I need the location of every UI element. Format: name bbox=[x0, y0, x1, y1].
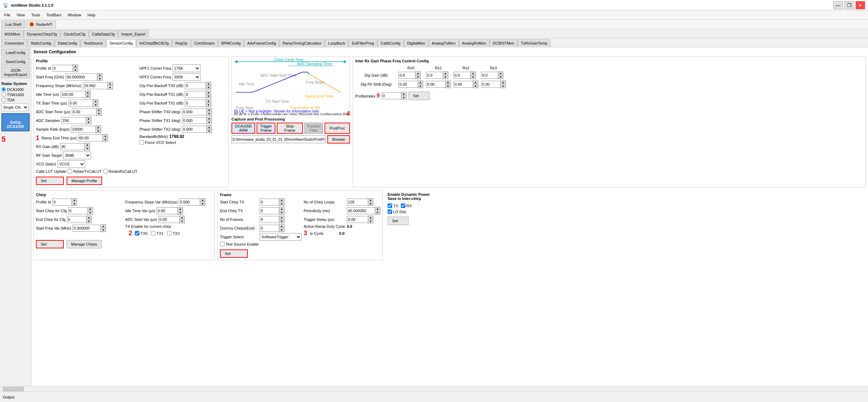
tab-import-export[interactable]: Import_Export bbox=[118, 30, 149, 38]
end-chirp-cfg-spinner[interactable]: ▲▼ bbox=[67, 216, 92, 223]
tx-start-input[interactable] bbox=[68, 100, 93, 107]
ramp-end-up[interactable]: ▲ bbox=[103, 134, 108, 138]
tab-dcbistmon[interactable]: DCBISTMon bbox=[490, 39, 518, 47]
tab-analogtxmon[interactable]: AnalogTxMon bbox=[429, 39, 459, 47]
op-pwr-tx1-spinbtns[interactable]: ▲▼ bbox=[206, 91, 211, 98]
tab-intchirpblk[interactable]: IntChirpBlkCtlCfg bbox=[136, 39, 172, 47]
retain-rx-checkbox[interactable]: RetainRxCalLUT bbox=[103, 169, 138, 173]
chirp-set-button[interactable]: Set bbox=[36, 240, 64, 248]
rx-gain-spinner[interactable]: ▲▼ bbox=[60, 143, 90, 150]
profile-index-input[interactable] bbox=[382, 92, 401, 99]
adc-samples-dn[interactable]: ▼ bbox=[86, 121, 91, 124]
phase-tx2-spinner[interactable]: ▲▼ bbox=[182, 125, 212, 133]
dig-gain-rx2[interactable]: ▲▼ bbox=[452, 71, 480, 80]
sample-rate-dn[interactable]: ▼ bbox=[96, 129, 101, 133]
phase-tx1-spinner[interactable]: ▲▼ bbox=[182, 117, 212, 124]
tab-bpmconfig[interactable]: BPMConfig bbox=[218, 39, 244, 47]
freq-slope-var-spinner[interactable]: ▲▼ bbox=[179, 198, 205, 206]
profile-set-button[interactable]: Set bbox=[36, 177, 64, 185]
start-chirp-cfg-input[interactable] bbox=[68, 207, 87, 214]
tab-contstream[interactable]: ContStream bbox=[191, 39, 218, 47]
tab-staticconfig[interactable]: StaticConfig bbox=[28, 39, 54, 47]
adc-start-input[interactable] bbox=[72, 108, 96, 115]
dig-gain-rx3[interactable]: ▲▼ bbox=[480, 71, 507, 80]
dig-gain-rx1[interactable]: ▲▼ bbox=[425, 71, 452, 80]
power-save-rx-checkbox[interactable]: RX bbox=[401, 203, 412, 208]
sample-rate-spinbtns[interactable]: ▲▼ bbox=[96, 125, 101, 133]
tda-radio[interactable]: TDA bbox=[1, 98, 30, 102]
frame-set-button[interactable]: Set bbox=[220, 249, 248, 258]
op-pwr-tx0-spinner[interactable]: ▲▼ bbox=[185, 82, 211, 90]
tx-start-spinner[interactable]: ▲▼ bbox=[68, 99, 98, 107]
idle-time-spinner[interactable]: ▲▼ bbox=[61, 91, 91, 98]
tab-extfilterprog[interactable]: ExtFilterProg bbox=[349, 39, 377, 47]
adc-start-spinner[interactable]: ▲▼ bbox=[72, 108, 102, 116]
rf-gain-select[interactable]: 30dB bbox=[63, 152, 91, 159]
start-chirp-cfg-spinner[interactable]: ▲▼ bbox=[68, 207, 93, 215]
phase-tx0-dn[interactable]: ▼ bbox=[207, 112, 212, 115]
adc-samples-spinbtns[interactable]: ▲▼ bbox=[86, 117, 91, 124]
menu-toolbars[interactable]: ToolBars bbox=[44, 11, 64, 19]
tab-connection[interactable]: Connection bbox=[1, 39, 27, 47]
tx-start-dn[interactable]: ▼ bbox=[93, 103, 98, 107]
dig-ph-rx1-input[interactable] bbox=[426, 81, 445, 88]
op-pwr-tx1-input[interactable] bbox=[185, 91, 206, 98]
profile-id-spinner[interactable]: ▲▼ bbox=[52, 64, 78, 72]
retain-tx-checkbox[interactable]: RetainTxCalLUT bbox=[68, 169, 101, 173]
tab-calibdatacfg[interactable]: CalibDataCfg bbox=[89, 30, 118, 38]
close-button[interactable]: ✕ bbox=[855, 1, 865, 9]
start-freq-spinbtns[interactable]: ▲▼ bbox=[97, 73, 102, 81]
stop-frame-button[interactable]: Stop Frame bbox=[277, 123, 303, 134]
start-freq-dn[interactable]: ▼ bbox=[97, 77, 102, 80]
rx-gain-input[interactable] bbox=[60, 143, 84, 150]
ramp-end-dn[interactable]: ▼ bbox=[103, 138, 108, 141]
tab-sensorconfig[interactable]: SensorConfig bbox=[106, 39, 136, 47]
adc-start-up[interactable]: ▲ bbox=[97, 108, 101, 112]
dig-ph-rx3-input[interactable] bbox=[481, 81, 500, 88]
tab-clockoutcfg[interactable]: ClockOutCfg bbox=[60, 30, 88, 38]
dig-ph-rx0[interactable]: ▲▼ bbox=[397, 80, 425, 89]
inter-rx-set-button[interactable]: Set bbox=[409, 92, 429, 100]
menu-help[interactable]: Help bbox=[85, 11, 98, 19]
tab-digitalmon[interactable]: DigitalMon bbox=[404, 39, 428, 47]
title-bar-controls[interactable]: — ❐ ✕ bbox=[833, 1, 865, 9]
tab-advframeconfig[interactable]: AdvFrameConfig bbox=[244, 39, 279, 47]
tx-start-spinbtns[interactable]: ▲▼ bbox=[93, 99, 98, 107]
dummy-chirps-spinner[interactable]: ▲▼ bbox=[260, 224, 284, 232]
manage-chirps-button[interactable]: Manage Chirps bbox=[67, 240, 102, 248]
phase-tx2-spinbtns[interactable]: ▲▼ bbox=[206, 125, 212, 133]
tx1-checkbox[interactable]: TX1 bbox=[151, 231, 163, 235]
rx-gain-spinbtns[interactable]: ▲▼ bbox=[84, 143, 90, 150]
dig-gain-rx2-input[interactable] bbox=[454, 72, 470, 79]
phase-tx2-up[interactable]: ▲ bbox=[207, 126, 212, 129]
capture-path-input[interactable] bbox=[231, 136, 326, 143]
adc-samples-up[interactable]: ▲ bbox=[86, 117, 91, 121]
adc-start-spinbtns[interactable]: ▲▼ bbox=[96, 108, 102, 116]
trigger-select-input[interactable]: SoftwareTrigger bbox=[260, 233, 302, 241]
horizontal-scrollbar[interactable] bbox=[0, 386, 868, 392]
start-freq-spinner[interactable]: ▲▼ bbox=[66, 73, 102, 81]
sample-rate-input[interactable] bbox=[71, 126, 96, 133]
op-pwr-tx1-spinner[interactable]: ▲▼ bbox=[185, 91, 211, 98]
tab-testsource[interactable]: TestSource bbox=[81, 39, 106, 47]
end-chirp-cfg-input[interactable] bbox=[67, 216, 86, 223]
trigger-frame-button[interactable]: Trigger Frame bbox=[257, 123, 275, 134]
op-pwr-tx0-dn[interactable]: ▼ bbox=[206, 86, 211, 89]
profile-id-input[interactable] bbox=[52, 65, 73, 72]
ramp-end-input[interactable] bbox=[78, 134, 102, 141]
dig-gain-rx3-input[interactable] bbox=[481, 72, 498, 79]
load-config-button[interactable]: LoadConfig bbox=[1, 49, 30, 56]
menu-window[interactable]: Window bbox=[65, 11, 84, 19]
op-pwr-tx2-spinner[interactable]: ▲▼ bbox=[185, 99, 211, 107]
tab-mssmon[interactable]: MSSMon bbox=[1, 30, 23, 38]
profile-id-spinbtns[interactable]: ▲▼ bbox=[73, 64, 78, 72]
op-pwr-tx0-input[interactable] bbox=[185, 82, 206, 89]
phase-tx0-spinner[interactable]: ▲▼ bbox=[182, 108, 212, 116]
periodicity-input[interactable] bbox=[347, 207, 375, 214]
tsw1400-radio[interactable]: TSW1400 bbox=[1, 92, 30, 97]
browse-button[interactable]: Browse bbox=[327, 135, 350, 144]
profile-id-up[interactable]: ▲ bbox=[73, 65, 78, 68]
power-save-set-button[interactable]: Set bbox=[388, 217, 409, 225]
freq-slope-up[interactable]: ▲ bbox=[108, 82, 113, 86]
dig-gain-rx0[interactable]: ▲▼ bbox=[397, 71, 425, 80]
